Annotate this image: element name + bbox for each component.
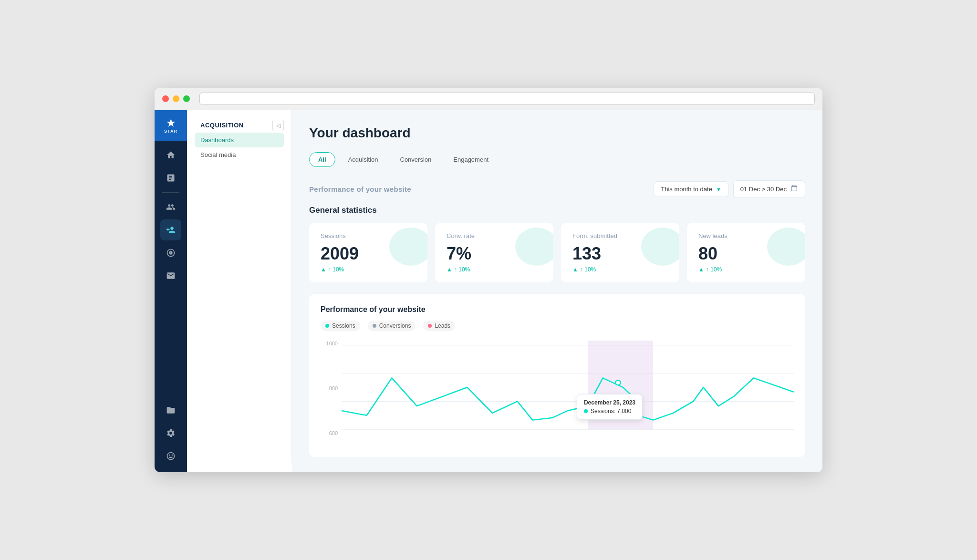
- tooltip-sessions-value: Sessions: 7,000: [591, 408, 631, 415]
- y-label-1000: 1000: [321, 341, 338, 346]
- sessions-dot: [325, 324, 329, 328]
- minimize-button[interactable]: [173, 95, 179, 102]
- stat-leads-change: ▲ ↑ 10%: [698, 266, 794, 273]
- chart-tooltip: December 25, 2023 Sessions: 7,000: [577, 394, 643, 420]
- close-button[interactable]: [162, 95, 169, 102]
- home-icon[interactable]: [160, 145, 181, 166]
- browser-window: ★ STAR: [155, 88, 822, 472]
- main-content: Your dashboard All Acquisition Conversio…: [292, 110, 822, 472]
- tab-acquisition[interactable]: Acquisition: [339, 152, 387, 167]
- stat-leads-value: 80: [698, 245, 794, 262]
- y-label-800: 800: [321, 385, 338, 391]
- browser-toolbar: [155, 88, 822, 110]
- stat-form-value: 133: [572, 245, 668, 262]
- chart-card: Performance of your website Sessions Con…: [309, 294, 805, 457]
- svg-point-5: [615, 380, 621, 385]
- icon-sidebar-nav: [160, 141, 181, 400]
- y-label-600: 600: [321, 430, 338, 436]
- tab-all[interactable]: All: [309, 152, 335, 167]
- tooltip-date: December 25, 2023: [584, 399, 635, 406]
- collapse-nav-button[interactable]: ◁: [272, 120, 284, 131]
- stat-form-change: ▲ ↑ 10%: [572, 266, 668, 273]
- add-person-icon[interactable]: [160, 219, 181, 240]
- tooltip-sessions-dot: [584, 409, 588, 413]
- sidebar-item-social-media[interactable]: Social media: [195, 147, 284, 162]
- period-label: This month to date: [661, 186, 712, 193]
- stats-section-title: General statistics: [309, 206, 805, 215]
- legend-sessions: Sessions: [321, 321, 360, 331]
- app-layout: ★ STAR: [155, 110, 822, 472]
- settings-icon[interactable]: [160, 423, 181, 444]
- chart-area: 1000 800 600: [321, 341, 794, 446]
- chart-title: Performance of your website: [321, 305, 794, 314]
- stat-card-leads: New leads 80 ▲ ↑ 10%: [687, 223, 805, 282]
- stat-conv-value: 7%: [447, 245, 542, 262]
- sidebar-divider: [162, 192, 179, 193]
- legend-leads: Leads: [423, 321, 455, 331]
- performance-section-title: Performance of your website: [309, 185, 411, 193]
- logo: ★ STAR: [155, 110, 187, 141]
- people-icon[interactable]: [160, 197, 181, 218]
- nav-sidebar: ACQUISITION ◁ Dashboards Social media: [187, 110, 292, 463]
- icon-sidebar: ★ STAR: [155, 110, 187, 472]
- stat-card-sessions: Sessions 2009 ▲ ↑ 10%: [309, 223, 427, 282]
- stats-grid: Sessions 2009 ▲ ↑ 10% Conv. rate 7% ▲ ↑ …: [309, 223, 805, 282]
- arrow-up-icon: ▲: [447, 266, 452, 273]
- logo-icon: ★: [166, 117, 175, 129]
- logo-text: STAR: [164, 129, 177, 134]
- stat-sessions-value: 2009: [321, 245, 416, 262]
- arrow-up-icon: ▲: [572, 266, 578, 273]
- arrow-up-icon: ▲: [698, 266, 704, 273]
- face-icon[interactable]: [160, 446, 181, 467]
- period-dropdown[interactable]: This month to date ▼: [654, 181, 728, 197]
- legend-conversions: Conversions: [368, 321, 416, 331]
- mail-icon[interactable]: [160, 265, 181, 286]
- chart-legend: Sessions Conversions Leads: [321, 321, 794, 331]
- stat-conv-change: ▲ ↑ 10%: [447, 266, 542, 273]
- tooltip-sessions-row: Sessions: 7,000: [584, 408, 635, 415]
- nav-sidebar-wrapper: ACQUISITION ◁ Dashboards Social media: [187, 110, 292, 472]
- maximize-button[interactable]: [183, 95, 190, 102]
- url-bar[interactable]: [199, 93, 815, 105]
- stat-card-conv-rate: Conv. rate 7% ▲ ↑ 10%: [435, 223, 553, 282]
- chevron-down-icon: ▼: [716, 187, 721, 192]
- stat-sessions-change: ▲ ↑ 10%: [321, 266, 416, 273]
- stat-conv-label: Conv. rate: [447, 232, 542, 239]
- stat-card-form: Form. submitted 133 ▲ ↑ 10%: [561, 223, 679, 282]
- section-controls: This month to date ▼ 01 Dec > 30 Dec: [654, 180, 805, 198]
- nav-sidebar-section: ACQUISITION ◁ Dashboards Social media: [187, 118, 291, 162]
- report-icon[interactable]: [160, 167, 181, 188]
- icon-sidebar-bottom: [160, 400, 181, 472]
- calendar-icon: [790, 185, 798, 194]
- performance-section-header: Performance of your website This month t…: [309, 180, 805, 198]
- date-range-picker[interactable]: 01 Dec > 30 Dec: [733, 180, 805, 198]
- chart-plot: December 25, 2023 Sessions: 7,000: [342, 341, 794, 434]
- date-range-label: 01 Dec > 30 Dec: [740, 186, 787, 193]
- page-title: Your dashboard: [309, 125, 805, 141]
- tab-engagement[interactable]: Engagement: [444, 152, 498, 167]
- target-icon[interactable]: [160, 242, 181, 263]
- stat-form-label: Form. submitted: [572, 232, 668, 239]
- stat-sessions-label: Sessions: [321, 232, 416, 239]
- stat-leads-label: New leads: [698, 232, 794, 239]
- arrow-up-icon: ▲: [321, 266, 326, 273]
- tabs: All Acquisition Conversion Engagement: [309, 152, 805, 167]
- nav-section-title: ACQUISITION: [195, 118, 249, 133]
- sidebar-item-dashboards[interactable]: Dashboards: [195, 133, 284, 147]
- conversions-dot: [373, 324, 376, 328]
- folder-icon[interactable]: [160, 400, 181, 421]
- chart-y-axis: 1000 800 600: [321, 341, 338, 446]
- leads-dot: [428, 324, 432, 328]
- tab-conversion[interactable]: Conversion: [391, 152, 441, 167]
